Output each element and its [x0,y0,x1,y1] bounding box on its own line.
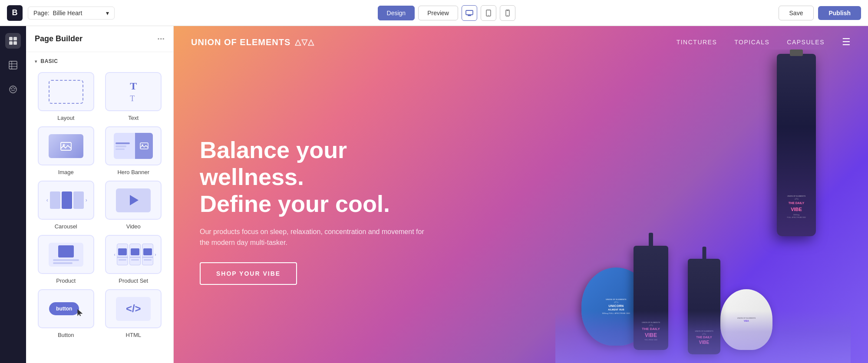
block-hero-banner[interactable]: Hero Banner [102,126,165,175]
hero-cta-button[interactable]: SHOP YOUR VIBE [200,262,297,285]
topbar: B Page: Billie Heart ▾ Design Preview [0,0,868,26]
blocks-grid: Layout T T Text [26,69,173,345]
block-product[interactable]: Product [35,235,97,284]
block-product-set-icon: ‹ [105,235,162,274]
ps-card-3 [142,244,153,265]
block-product-set-label: Product Set [119,277,148,284]
page-name: Billie Heart [53,10,83,16]
page-selector[interactable]: Page: Billie Heart ▾ [28,7,115,20]
ps-line-2 [119,259,126,261]
block-button-icon: button [38,289,94,328]
nav-icon-home[interactable] [5,33,21,49]
sidebar-header: Page Builder ··· [26,26,173,52]
brand-name: UNION OF ELEMENTS [191,37,290,47]
nav-link-tinctures: TINCTURES [677,39,717,46]
svg-rect-22 [61,142,71,150]
block-html-label: HTML [126,332,141,338]
text-line-t: T [130,80,137,92]
hero-subtext: Our products focus on sleep, relaxation,… [200,226,426,248]
product-lines [53,259,79,264]
sidebar-more-button[interactable]: ··· [157,34,165,44]
block-layout-label: Layout [57,115,74,121]
image-icon-inner [49,134,83,158]
block-html[interactable]: </> HTML [102,289,165,338]
tablet-view-button[interactable] [481,5,496,21]
ps-left-arrow-icon: ‹ [114,252,116,257]
html-symbol: </> [126,303,141,315]
svg-point-20 [13,90,15,91]
svg-point-19 [14,88,16,89]
publish-button[interactable]: Publish [818,6,861,20]
brand-symbol: △▽△ [295,37,314,47]
block-carousel-label: Carousel [55,223,77,230]
block-video[interactable]: Video [102,181,165,230]
ps-line-5 [142,257,153,258]
block-video-label: Video [126,223,141,230]
block-carousel[interactable]: ‹ › Carousel [35,181,97,230]
ps-line-6 [144,259,152,261]
productset-icon-inner: ‹ [114,243,153,267]
svg-rect-8 [9,37,13,40]
ice-layer [555,311,851,363]
topbar-right: Save Publish [779,6,861,20]
hero-section: UNION OF ELEMENTS △▽△ TINCTURES TOPICALS… [174,26,868,363]
mobile-view-button[interactable] [500,5,515,21]
ps-right-arrow-icon: › [155,252,156,257]
block-video-icon [105,181,162,220]
image-symbol-icon [60,140,72,152]
section-basic-text: BASIC [41,58,58,64]
svg-rect-10 [9,41,13,45]
svg-rect-11 [13,41,17,45]
ps-img-1 [118,248,127,255]
product-line-1 [53,259,79,261]
nav-link-topicals: TOPICALS [734,39,769,46]
block-layout[interactable]: Layout [35,72,97,121]
video-icon-inner [116,188,151,212]
block-product-icon [38,235,94,274]
hero-headline-line1: Balance your wellness. [200,136,426,190]
button-preview: button [49,302,79,315]
nav-link-capsules: CAPSULES [787,39,825,46]
carousel-slides [50,191,84,209]
design-mode-button[interactable]: Design [378,6,415,20]
button-icon-wrapper: button [49,302,83,315]
block-image-label: Image [58,169,74,175]
product-line-2 [53,262,73,264]
block-layout-icon [38,72,94,111]
svg-point-18 [13,87,14,89]
ps-line-4 [131,259,139,261]
layout-icon-inner [49,80,83,104]
block-button[interactable]: button Button [35,289,97,338]
hero-content: Balance your wellness. Define your cool.… [174,58,868,363]
block-html-icon: </> [105,289,162,328]
carousel-slide-3 [73,191,84,209]
brand-logo: UNION OF ELEMENTS △▽△ [191,37,314,47]
main-layout: Page Builder ··· ▾ BASIC Layout T T [0,26,868,363]
products-visual: UNION OF ELEMENTS △▽△ UNICORN AILMENT RU… [555,50,851,363]
svg-point-4 [488,15,489,16]
tablet-icon [486,10,491,16]
block-product-set[interactable]: ‹ [102,235,165,284]
svg-point-21 [12,90,13,91]
hero-banner-inner [114,133,153,159]
hero-img-icon [140,142,149,150]
ps-img-3 [143,248,152,255]
section-arrow-icon: ▾ [35,59,37,64]
block-button-label: Button [58,332,74,338]
preview-navbar: UNION OF ELEMENTS △▽△ TINCTURES TOPICALS… [174,26,868,58]
hero-text-col [114,133,135,159]
block-hero-banner-label: Hero Banner [117,169,149,175]
save-button[interactable]: Save [779,6,814,20]
block-product-label: Product [56,277,76,284]
desktop-view-button[interactable] [462,5,477,21]
block-text[interactable]: T T Text [102,72,165,121]
page-label: Page: [33,10,50,16]
hamburger-menu-icon[interactable]: ☰ [842,36,851,48]
block-image[interactable]: Image [35,126,97,175]
preview-mode-button[interactable]: Preview [418,6,458,20]
html-icon-inner: </> [116,297,151,321]
block-image-icon [38,126,94,165]
nav-icon-palette[interactable] [5,82,21,97]
nav-icon-layers[interactable] [5,57,21,73]
carousel-slide-1 [50,191,60,209]
